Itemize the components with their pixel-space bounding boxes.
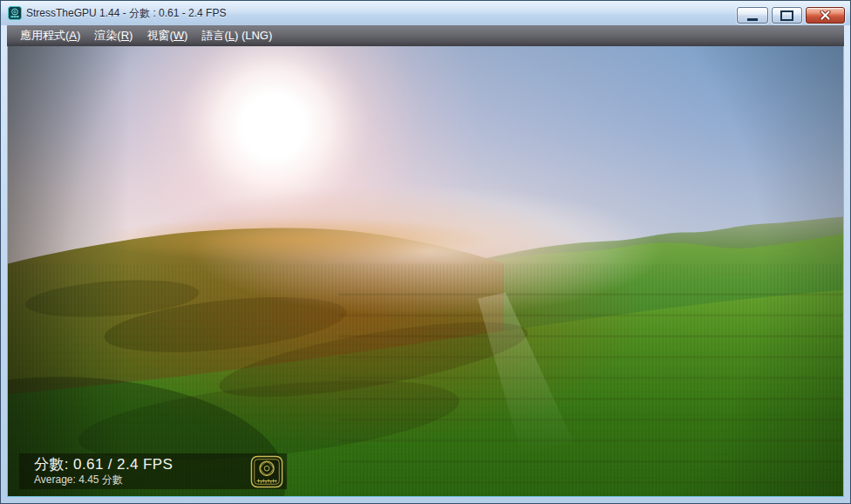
app-icon xyxy=(8,6,22,20)
caption-buttons xyxy=(737,7,845,24)
minimize-icon xyxy=(747,18,758,21)
app-window: StressTheGPU 1.44 - 分數 : 0.61 - 2.4 FPS … xyxy=(0,0,851,504)
menu-item-application[interactable]: 應用程式(A) xyxy=(13,26,87,45)
menu-item-render[interactable]: 渲染(R) xyxy=(87,26,140,45)
score-hud: 分數: 0.61 / 2.4 FPS Average: 4.45 分數 xyxy=(19,453,287,489)
window-title: StressTheGPU 1.44 - 分數 : 0.61 - 2.4 FPS xyxy=(26,6,226,21)
maximize-icon xyxy=(780,10,793,21)
hud-average-text: Average: 4.45 分數 xyxy=(34,473,287,487)
menubar: 應用程式(A) 渲染(R) 視窗(W) 語言(L) (LNG) xyxy=(7,25,844,46)
hud-score-text: 分數: 0.61 / 2.4 FPS xyxy=(34,456,287,473)
menu-item-window[interactable]: 視窗(W) xyxy=(140,26,194,45)
titlebar[interactable]: StressTheGPU 1.44 - 分數 : 0.61 - 2.4 FPS xyxy=(1,1,850,25)
maximize-button[interactable] xyxy=(772,7,802,24)
close-button[interactable] xyxy=(806,7,845,24)
stressthegpu-logo-icon xyxy=(250,455,283,488)
render-viewport: 分數: 0.61 / 2.4 FPS Average: 4.45 分數 xyxy=(7,46,844,497)
landscape-scene xyxy=(8,46,843,496)
close-icon xyxy=(820,10,831,20)
menu-item-language[interactable]: 語言(L) (LNG) xyxy=(194,26,279,45)
minimize-button[interactable] xyxy=(737,7,768,24)
